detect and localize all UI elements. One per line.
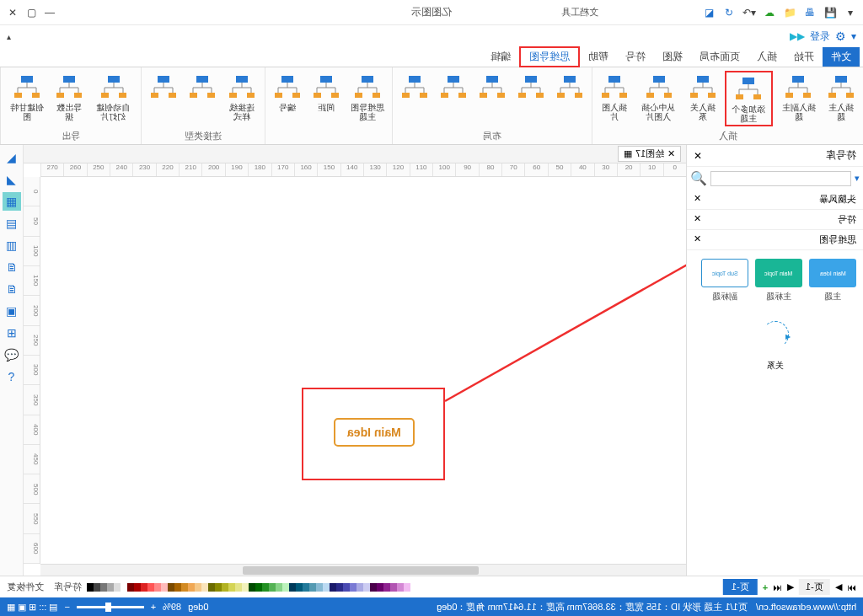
color-swatch[interactable] [181, 583, 188, 592]
left-tool-button[interactable]: ▦ [3, 192, 21, 211]
window-min-icon[interactable]: — [42, 5, 57, 20]
ribbon-button[interactable] [147, 71, 180, 103]
canvas[interactable]: Main Idea [40, 177, 686, 564]
color-swatch[interactable] [303, 583, 309, 592]
color-swatch[interactable] [262, 583, 269, 592]
ribbon-button[interactable]: 连接线样式 [224, 71, 260, 123]
relation-symbol[interactable]: 关系 [687, 311, 863, 378]
left-tool-button[interactable]: 💬 [3, 345, 21, 364]
ribbon-button[interactable] [185, 71, 219, 103]
color-swatch[interactable] [350, 583, 356, 592]
left-tool-button[interactable]: ▤ [3, 214, 21, 233]
tab-mindmap[interactable]: 思维导图 [519, 46, 580, 67]
color-swatch[interactable] [404, 583, 410, 592]
left-tool-button[interactable]: ◣ [3, 170, 21, 189]
ribbon-button[interactable]: 插入图片 [598, 71, 631, 123]
window-max-icon[interactable]: ▢ [24, 5, 39, 20]
ribbon-button[interactable]: 间距 [309, 71, 343, 114]
zoom-in-icon[interactable]: + [151, 602, 156, 612]
color-swatch[interactable] [269, 583, 276, 592]
tab-view[interactable]: 视图 [654, 47, 691, 67]
tutorial-play-icon[interactable]: ▶▶ [790, 30, 805, 42]
side-tab-filerecover[interactable]: 文件恢复 [7, 581, 44, 593]
tab-insert[interactable]: 插入 [748, 47, 785, 67]
page-nav-next-icon[interactable]: ▶ [787, 581, 794, 592]
panel-section-header[interactable]: ✕头脑风暴 [687, 190, 863, 210]
color-swatch[interactable] [147, 583, 154, 592]
color-swatch[interactable] [94, 583, 100, 592]
color-swatch[interactable] [282, 583, 289, 592]
ribbon-button[interactable]: 自动创建幻灯片 [91, 71, 136, 123]
undo-dropdown-icon[interactable]: ↶▾ [742, 5, 757, 20]
ribbon-button[interactable] [553, 71, 587, 103]
ribbon-button[interactable]: 从中心插入图片 [636, 71, 681, 123]
save-icon[interactable]: 💾 [823, 5, 838, 20]
cloud-icon[interactable]: ☁ [762, 5, 777, 20]
page-tab-active[interactable]: 页-1 [723, 579, 758, 595]
document-tab[interactable]: ▦ 绘图17 ✕ [618, 146, 681, 162]
color-swatch[interactable] [161, 583, 168, 592]
ribbon-button[interactable] [475, 71, 509, 103]
left-tool-button[interactable]: ▣ [3, 302, 21, 320]
settings-gear-icon[interactable]: ⚙ [835, 29, 846, 43]
collapse-ribbon-icon[interactable]: ▴ [7, 32, 11, 41]
page-nav-prev-icon[interactable]: ◀ [835, 581, 842, 592]
zoom-slider[interactable] [77, 606, 144, 608]
color-swatch[interactable] [249, 583, 255, 592]
ribbon-button[interactable]: 导出数据 [52, 71, 86, 123]
horizontal-scrollbar[interactable] [40, 564, 686, 576]
color-swatch[interactable] [242, 583, 249, 592]
ribbon-button[interactable]: 思维导图主题 [348, 71, 387, 123]
color-swatch[interactable] [188, 583, 195, 592]
panel-section-header[interactable]: ✕符号 [687, 210, 863, 230]
color-swatch[interactable] [370, 583, 377, 592]
color-swatch[interactable] [289, 583, 296, 592]
ribbon-button[interactable]: 创建甘特图 [6, 71, 47, 123]
color-swatch[interactable] [208, 583, 215, 592]
close-tab-icon[interactable]: ✕ [667, 148, 675, 159]
page-nav-last-icon[interactable]: ⏭ [773, 582, 782, 592]
refresh-icon[interactable]: ↻ [721, 5, 737, 20]
page-tab-primary[interactable]: 页-1 [799, 579, 830, 595]
color-swatch[interactable] [383, 583, 390, 592]
page-add-icon[interactable]: + [763, 582, 768, 592]
left-tool-button[interactable]: ? [3, 367, 21, 386]
color-swatch[interactable] [323, 583, 330, 592]
section-close-icon[interactable]: ✕ [694, 193, 701, 206]
print-icon[interactable]: 🖶 [802, 5, 817, 20]
color-swatch[interactable] [377, 583, 383, 592]
color-swatch[interactable] [316, 583, 323, 592]
color-swatch[interactable] [228, 583, 235, 592]
search-input[interactable] [710, 171, 851, 186]
ribbon-button[interactable]: 添加多个主题 [725, 71, 773, 126]
left-tool-button[interactable]: ◢ [3, 148, 21, 167]
ribbon-button[interactable]: 编号 [271, 71, 304, 114]
symbol-thumbnail[interactable]: Sub Topic副标题 [701, 259, 748, 303]
qat-dropdown-icon[interactable]: ▾ [851, 30, 856, 42]
color-swatch[interactable] [255, 583, 262, 592]
view-mode-icons[interactable]: ▦ ▣ ⊞ ::: ▤ [7, 602, 57, 613]
search-icon[interactable]: 🔍 [690, 170, 707, 186]
search-dropdown-icon[interactable]: ▾ [855, 173, 860, 184]
folder-icon[interactable]: 📁 [782, 5, 797, 20]
color-swatch[interactable] [141, 583, 147, 592]
ribbon-button[interactable]: 插入主题 [824, 71, 858, 123]
color-swatch[interactable] [195, 583, 201, 592]
color-swatch[interactable] [296, 583, 303, 592]
symbol-thumbnail[interactable]: Main Topic主标题 [755, 259, 802, 303]
color-swatch[interactable] [174, 583, 181, 592]
tab-start[interactable]: 开始 [785, 47, 823, 67]
ribbon-button[interactable] [514, 71, 548, 103]
ribbon-button[interactable]: 插入关系 [686, 71, 720, 123]
section-close-icon[interactable]: ✕ [694, 233, 701, 246]
color-swatch[interactable] [343, 583, 350, 592]
left-tool-button[interactable]: 🗎 [3, 258, 21, 276]
window-close-icon[interactable]: ✕ [5, 5, 20, 20]
side-tab-mindmap[interactable]: 符号库 [54, 581, 82, 593]
color-palette[interactable] [87, 583, 410, 592]
color-swatch[interactable] [114, 583, 121, 592]
color-swatch[interactable] [330, 583, 336, 592]
symbol-thumbnail[interactable]: Main Idea主题 [809, 259, 856, 303]
tab-file[interactable]: 文件 [823, 47, 860, 67]
login-link[interactable]: 登录 [810, 29, 830, 44]
